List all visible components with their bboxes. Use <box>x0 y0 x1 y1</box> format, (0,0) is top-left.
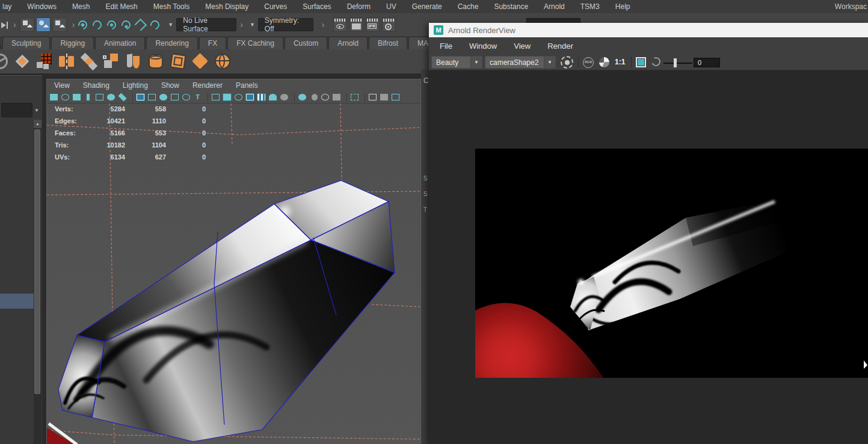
bookmark-icon[interactable] <box>84 93 93 101</box>
step-forward-icon[interactable] <box>1 20 10 29</box>
render-frame-icon[interactable] <box>333 17 347 32</box>
select-hierarchy-icon[interactable] <box>20 17 34 32</box>
scrollbar-thumb[interactable] <box>34 129 40 394</box>
menu-item-surfaces[interactable]: Surfaces <box>303 2 331 11</box>
vp-menu-panels[interactable]: Panels <box>236 81 258 90</box>
image-plane-icon[interactable] <box>95 93 104 101</box>
chevron-icon[interactable]: › <box>322 20 325 29</box>
screen-space-ao-icon[interactable] <box>298 93 307 101</box>
ar-menu-view[interactable]: View <box>514 42 531 51</box>
xray-active-icon[interactable] <box>380 93 389 101</box>
scroll-up-icon[interactable]: ▲ <box>34 120 42 128</box>
vp-menu-view[interactable]: View <box>54 81 70 90</box>
alpha-quadrant-icon[interactable] <box>599 57 609 67</box>
live-surface-field[interactable]: No Live Surface <box>176 18 236 31</box>
red-object-corner[interactable] <box>47 424 77 444</box>
menu-item-generate[interactable]: Generate <box>412 2 442 11</box>
gate-mask-icon[interactable] <box>159 93 168 101</box>
menu-item-tsm3[interactable]: TSM3 <box>580 2 600 11</box>
menu-item-display[interactable]: lay <box>2 2 11 11</box>
ribbon-diamonds-icon[interactable] <box>81 53 97 70</box>
shelf-tab-animation[interactable]: Animation <box>95 37 145 49</box>
mesh-object[interactable] <box>58 180 395 442</box>
scrollbar-track[interactable] <box>34 128 42 444</box>
select-object-icon[interactable] <box>36 17 51 32</box>
checker-icon[interactable] <box>257 93 266 101</box>
shelf-tab-partial[interactable] <box>0 45 1 49</box>
shadows-icon[interactable] <box>280 93 289 101</box>
make-live-icon[interactable] <box>134 18 147 31</box>
select-component-icon[interactable] <box>52 17 67 32</box>
selected-list-item[interactable] <box>0 294 34 309</box>
motion-blur-icon[interactable] <box>309 93 318 101</box>
grease-pencil-icon[interactable] <box>118 93 127 101</box>
film-gate-icon[interactable] <box>136 93 145 101</box>
textured-icon[interactable] <box>245 93 254 101</box>
ipr-render-icon[interactable]: IPR <box>366 17 380 32</box>
menu-item-curves[interactable]: Curves <box>264 2 287 11</box>
pan-zoom-icon[interactable] <box>106 93 115 101</box>
bend-surface-icon[interactable] <box>125 53 142 70</box>
depth-of-field-icon[interactable] <box>332 93 341 101</box>
resolution-gate-icon[interactable] <box>147 93 156 101</box>
refresh-icon[interactable] <box>650 56 662 67</box>
render-settings-icon[interactable] <box>382 17 396 32</box>
shelf-tab-rendering[interactable]: Rendering <box>146 37 197 49</box>
camera-lock-icon[interactable] <box>61 93 70 101</box>
subdiv-grid-icon[interactable] <box>36 53 53 70</box>
menu-item-arnold[interactable]: Arnold <box>544 2 565 11</box>
menu-item-mesh[interactable]: Mesh <box>72 2 90 11</box>
snap-projected-center-icon[interactable] <box>120 19 132 31</box>
actual-size-button[interactable]: 1:1 <box>615 58 625 66</box>
chevron-down-icon[interactable]: ▼ <box>32 103 41 117</box>
vp-menu-lighting[interactable]: Lighting <box>123 81 148 90</box>
symmetry-field[interactable]: Symmetry: Off <box>258 18 313 31</box>
shelf-tab-custom[interactable]: Custom <box>285 37 327 49</box>
wireframe-on-shaded-icon[interactable] <box>234 93 243 101</box>
isolate-select-icon[interactable] <box>350 93 359 101</box>
camera-dropdown[interactable]: cameraShape2 ▼ <box>485 56 556 69</box>
shelf-tab-arnold[interactable]: Arnold <box>328 37 368 49</box>
ar-menu-window[interactable]: Window <box>469 42 497 51</box>
xray-icon[interactable] <box>368 93 377 101</box>
viewport-canvas[interactable]: Verts: 5284 558 0 Edges: 10421 1110 0 Fa… <box>47 103 420 444</box>
menu-item-help[interactable]: Help <box>615 2 630 11</box>
chevron-icon[interactable]: › <box>72 20 75 29</box>
snap-point-icon[interactable] <box>105 19 118 31</box>
rendered-image[interactable] <box>475 149 868 378</box>
dropdown-arrow-icon[interactable]: ▼ <box>168 22 173 28</box>
region-crop-icon[interactable] <box>636 57 646 67</box>
menu-item-edit-mesh[interactable]: Edit Mesh <box>105 2 137 11</box>
left-panel-filter-field[interactable] <box>1 103 32 117</box>
shelf-tab-mash[interactable]: MASH <box>408 37 429 49</box>
ar-menu-file[interactable]: File <box>440 42 452 51</box>
smooth-shade-icon[interactable] <box>223 93 232 101</box>
poly-cylinder-icon[interactable] <box>147 53 164 70</box>
sphere-wire-icon[interactable] <box>0 53 8 70</box>
dropdown-arrow-icon[interactable]: ▼ <box>250 22 255 28</box>
quad-draw-icon[interactable] <box>103 53 120 70</box>
window-titlebar[interactable]: M Arnold RenderView <box>429 23 868 37</box>
workspace-label[interactable]: Workspac <box>835 2 867 11</box>
vp-menu-shading[interactable]: Shading <box>83 81 109 90</box>
snap-grid-icon[interactable] <box>76 19 89 31</box>
menu-item-mesh-tools[interactable]: Mesh Tools <box>153 2 189 11</box>
circle-diamond-icon[interactable] <box>14 53 31 70</box>
wireframe-icon[interactable] <box>211 93 220 101</box>
chevron-icon[interactable]: › <box>13 20 16 29</box>
field-chart-icon[interactable] <box>170 93 179 101</box>
snap-curve-icon[interactable] <box>91 19 103 31</box>
safe-title-icon[interactable]: T <box>193 93 202 101</box>
shelf-tab-bifrost[interactable]: Bifrost <box>369 37 407 49</box>
menu-item-mesh-display[interactable]: Mesh Display <box>205 2 248 11</box>
shelf-tab-fx-caching[interactable]: FX Caching <box>227 37 283 49</box>
aov-dropdown[interactable]: Beauty ▼ <box>431 56 482 69</box>
camera-select-icon[interactable] <box>72 93 81 101</box>
exposure-slider-track[interactable] <box>663 63 692 64</box>
poly-sphere-icon[interactable] <box>214 53 231 70</box>
ar-menu-render[interactable]: Render <box>547 42 573 51</box>
rgb-channel-icon[interactable]: RGB <box>583 57 594 68</box>
safe-action-icon[interactable] <box>182 93 191 101</box>
menu-item-deform[interactable]: Deform <box>347 2 371 11</box>
vp-menu-renderer[interactable]: Renderer <box>192 81 223 90</box>
